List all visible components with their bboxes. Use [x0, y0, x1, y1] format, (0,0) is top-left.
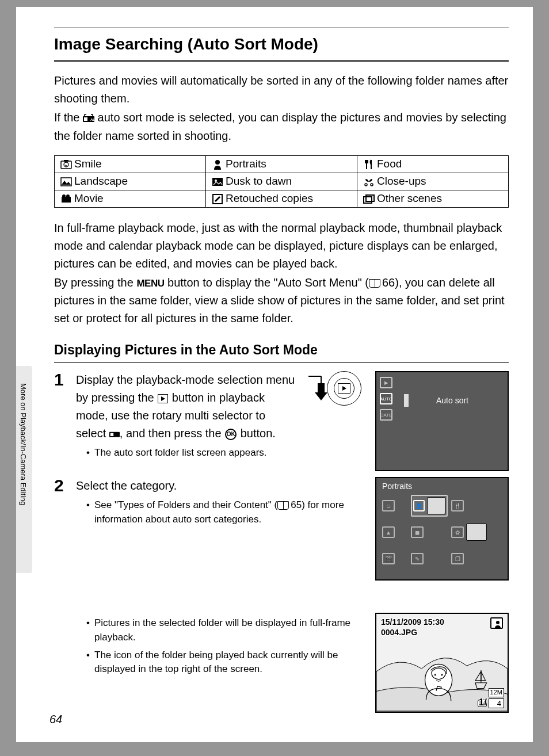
page-ref: 66: [382, 276, 395, 289]
resolution-badges: 12M 4: [489, 688, 504, 708]
movie-icon: [60, 194, 72, 204]
res-badge: 12M: [489, 688, 504, 697]
food-icon: 🍴: [451, 500, 464, 511]
text: button.: [237, 427, 276, 440]
portraits-icon: 👤: [413, 500, 425, 511]
text: button to display the "Auto Sort Menu" (: [164, 276, 369, 289]
dusk-icon: [212, 177, 223, 187]
auto-sort-mode-icon: AUTO: [380, 393, 392, 404]
step-2-bullet-1: See "Types of Folders and their Content"…: [86, 498, 366, 526]
svg-rect-17: [366, 195, 374, 201]
timestamp: 15/11/2009 15:30: [381, 617, 444, 627]
cell-landscape: Landscape: [55, 173, 206, 190]
step-1-bullet: The auto sort folder list screen appears…: [86, 446, 296, 460]
image-counter: 1/: [479, 697, 487, 708]
label: Food: [377, 158, 402, 170]
label: Movie: [74, 192, 104, 204]
step-number: 1: [54, 371, 70, 471]
step-2-bullet-3: The icon of the folder being played back…: [86, 648, 366, 677]
cell-dusk: Dusk to dawn: [206, 173, 357, 190]
label: Dusk to dawn: [226, 175, 292, 187]
cell-retouched: Retouched copies: [206, 190, 357, 208]
cell-other: Other scenes: [357, 190, 509, 208]
text: auto sort mode is selected, you can disp…: [54, 111, 506, 142]
step-1-text: Display the playback-mode selection menu…: [76, 371, 296, 442]
text: If the: [54, 111, 83, 124]
auto-sort-label: Auto sort: [404, 394, 496, 407]
lcd-category-grid: Portraits ☺ 👤 🍴 ▲ ◼ ✿ 🎬 ✎ ❐: [375, 477, 509, 581]
auto-sort-icon: [109, 427, 120, 440]
landscape-icon: ▲: [382, 526, 395, 538]
svg-point-13: [62, 194, 66, 198]
svg-rect-22: [318, 383, 325, 392]
rule: [54, 362, 509, 363]
thumbnail: [466, 524, 487, 541]
svg-point-23: [496, 621, 500, 624]
label: Portraits: [226, 158, 266, 170]
filename: 0004.JPG: [381, 628, 417, 637]
closeups-icon: ✿: [451, 526, 464, 538]
svg-rect-19: [110, 433, 113, 436]
date-mode-icon: DATE: [380, 409, 392, 421]
step-2-text: Select the category.: [76, 477, 366, 495]
page-ref-icon: [369, 279, 382, 288]
manual-page: More on Playback/In-Camera Editing 64 Im…: [16, 7, 533, 742]
step-1: 1 Display the playback-mode selection me…: [54, 371, 509, 471]
retouched-icon: ✎: [411, 553, 424, 564]
closeups-icon: [363, 177, 375, 187]
page-ref-icon: [277, 501, 291, 510]
step-number: 2: [54, 477, 70, 713]
svg-point-27: [441, 674, 443, 676]
svg-point-6: [215, 160, 220, 165]
text: , and then press the: [120, 427, 224, 440]
other-icon: [363, 194, 375, 204]
mid-paragraph-2: By pressing the MENU button to display t…: [54, 274, 509, 327]
ok-button-icon: OK: [225, 429, 237, 440]
label: Landscape: [74, 175, 128, 187]
retouched-icon: [212, 194, 223, 204]
svg-rect-1: [84, 117, 87, 121]
page-ref: 65: [291, 499, 302, 510]
rule: [54, 60, 509, 62]
landscape-icon: [60, 177, 72, 187]
movie-icon: 🎬: [382, 553, 395, 564]
label: Smile: [74, 158, 102, 170]
step-2: 2 Select the category. See "Types of Fol…: [54, 477, 509, 713]
cell-food: Food: [357, 156, 509, 173]
count-badge: 4: [489, 698, 504, 709]
text: By pressing the: [54, 276, 136, 289]
lcd-title: Portraits: [382, 482, 412, 491]
page-title: Image Searching (Auto Sort Mode): [54, 35, 509, 54]
thumbnail: [427, 497, 445, 514]
dusk-icon: ◼: [411, 526, 424, 538]
label: Retouched copies: [226, 192, 313, 204]
svg-point-26: [434, 674, 436, 676]
smile-icon: [60, 159, 72, 170]
intro-paragraph-2: If the AUTO auto sort mode is selected, …: [54, 109, 509, 145]
svg-point-14: [66, 194, 70, 198]
play-mode-icon: ▶: [380, 377, 392, 388]
page-number: 64: [49, 713, 62, 726]
svg-text:AUTO: AUTO: [90, 118, 94, 121]
auto-sort-icon: AUTO: [83, 109, 94, 127]
step-2-bullet-2: Pictures in the selected folder will be …: [86, 616, 366, 644]
other-icon: ❐: [451, 553, 464, 564]
label: Other scenes: [377, 192, 442, 204]
text: See "Types of Folders and their Content"…: [94, 499, 277, 510]
svg-point-10: [365, 184, 367, 186]
svg-point-4: [64, 162, 68, 167]
cell-closeups: Close-ups: [357, 173, 509, 190]
dial-illustration: [305, 371, 361, 406]
food-icon: [363, 159, 375, 170]
svg-point-11: [371, 184, 373, 186]
cell-portraits: Portraits: [206, 156, 357, 173]
playback-button-icon: [158, 394, 168, 403]
arrow-down-icon: [305, 372, 327, 405]
menu-button-label: MENU: [136, 278, 164, 289]
side-tab-label: More on Playback/In-Camera Editing: [19, 383, 28, 505]
svg-rect-5: [64, 160, 68, 162]
svg-rect-16: [364, 197, 372, 203]
rule: [54, 28, 509, 28]
label: Close-ups: [377, 175, 426, 187]
section-heading: Displaying Pictures in the Auto Sort Mod…: [54, 342, 509, 358]
